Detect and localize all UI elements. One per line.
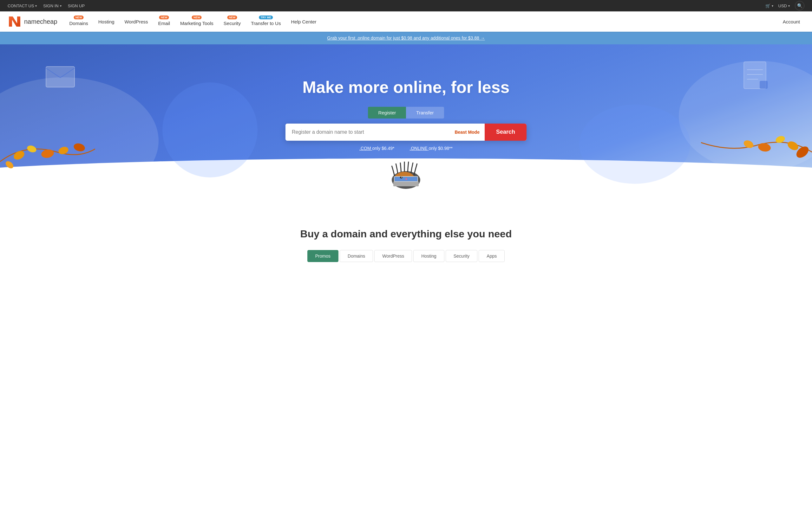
hedgehog-illustration: [384, 155, 428, 191]
cart-chevron: ▾: [772, 4, 773, 8]
transfer-badge: TRY ME: [259, 15, 273, 19]
blob-4: [579, 105, 690, 184]
below-hero-title: Buy a domain and everything else you nee…: [13, 228, 799, 240]
domain-tabs: Register Transfer: [270, 107, 542, 118]
beast-mode-button[interactable]: Beast Mode: [450, 124, 485, 141]
domain-price-links: .COM only $6.49* .ONLINE only $0.98**: [270, 146, 542, 151]
nav-label-help: Help Center: [291, 19, 316, 24]
svg-rect-16: [760, 81, 768, 89]
cat-tab-promos[interactable]: Promos: [307, 250, 339, 262]
com-price: only $6.49*: [372, 146, 394, 151]
category-tabs: Promos Domains WordPress Hosting Securit…: [13, 250, 799, 262]
search-button[interactable]: Search: [485, 124, 526, 141]
contact-us-link[interactable]: CONTACT US ▾: [8, 3, 37, 8]
nav-item-security[interactable]: NEW Security: [219, 15, 245, 29]
nav-item-wordpress[interactable]: WordPress: [120, 16, 153, 27]
logo[interactable]: namecheap: [8, 15, 57, 28]
online-price: only $0.98**: [428, 146, 453, 151]
sign-up-label: SIGN UP: [68, 3, 85, 8]
document-decoration: [742, 60, 771, 93]
nav-label-security: Security: [223, 20, 241, 26]
contact-us-chevron: ▾: [35, 4, 37, 8]
below-hero-section: Buy a domain and everything else you nee…: [0, 209, 812, 275]
transfer-tab[interactable]: Transfer: [406, 107, 444, 118]
nav-label-hosting: Hosting: [98, 19, 114, 24]
sign-in-chevron: ▾: [60, 4, 61, 8]
nav-item-email[interactable]: NEW Email: [154, 15, 175, 29]
nav-item-hosting[interactable]: Hosting: [94, 16, 119, 27]
vine-left-svg: [0, 124, 95, 171]
leaves-right: [701, 120, 812, 177]
online-label: .ONLINE: [410, 146, 427, 151]
svg-point-2: [41, 149, 55, 159]
vine-right-svg: [701, 120, 812, 177]
nav-label-email: Email: [158, 20, 170, 26]
search-icon[interactable]: 🔍: [795, 1, 804, 10]
cart-link[interactable]: 🛒 ▾: [765, 3, 773, 8]
nav-item-domains[interactable]: NEW Domains: [65, 15, 93, 29]
nav-label-marketing: Marketing Tools: [180, 20, 213, 26]
top-bar: CONTACT US ▾ SIGN IN ▾ SIGN UP 🛒 ▾ USD ▾…: [0, 0, 812, 11]
nav-item-marketing[interactable]: NEW Marketing Tools: [176, 15, 218, 29]
hero-section: Make more online, for less Register Tran…: [0, 44, 812, 209]
security-badge: NEW: [227, 15, 237, 19]
sign-in-link[interactable]: SIGN IN ▾: [43, 3, 61, 8]
logo-text: namecheap: [24, 18, 57, 25]
domains-badge: NEW: [74, 15, 84, 19]
blob-3: [162, 82, 258, 177]
svg-rect-19: [393, 181, 419, 186]
com-label: .COM: [359, 146, 371, 151]
top-bar-right: 🛒 ▾ USD ▾ 🔍: [765, 1, 804, 10]
nav-item-transfer[interactable]: TRY ME Transfer to Us: [247, 15, 285, 29]
currency-link[interactable]: USD ▾: [778, 3, 790, 8]
cat-tab-domains[interactable]: Domains: [340, 250, 373, 262]
domain-search-input[interactable]: [286, 124, 450, 141]
svg-point-5: [73, 142, 86, 153]
nav-item-help[interactable]: Help Center: [287, 16, 321, 27]
sign-up-link[interactable]: SIGN UP: [68, 3, 85, 8]
hedgehog-svg: [384, 155, 428, 189]
promo-link[interactable]: Grab your first .online domain for just …: [327, 36, 485, 41]
nav-item-account[interactable]: Account: [778, 16, 804, 27]
email-badge: NEW: [159, 15, 169, 19]
hero-content: Make more online, for less Register Tran…: [270, 78, 542, 151]
currency-chevron: ▾: [788, 4, 790, 8]
document-svg: [742, 60, 771, 92]
domain-search-bar: Beast Mode Search: [286, 124, 526, 141]
register-tab[interactable]: Register: [368, 107, 406, 118]
currency-label: USD: [778, 3, 787, 8]
marketing-badge: NEW: [192, 15, 202, 19]
svg-point-23: [401, 177, 402, 178]
cat-tab-hosting[interactable]: Hosting: [413, 250, 444, 262]
svg-point-0: [12, 149, 26, 162]
contact-us-label: CONTACT US: [8, 3, 34, 8]
nav-label-domains: Domains: [69, 20, 88, 26]
top-bar-left: CONTACT US ▾ SIGN IN ▾ SIGN UP: [8, 3, 759, 8]
nav-label-wordpress: WordPress: [125, 19, 148, 24]
hero-title: Make more online, for less: [270, 78, 542, 97]
nav-label-transfer: Transfer to Us: [251, 20, 281, 26]
online-price-item: .ONLINE only $0.98**: [410, 146, 453, 151]
svg-rect-11: [46, 66, 74, 87]
promo-text: Grab your first .online domain for just …: [327, 36, 485, 41]
nav-label-account: Account: [783, 19, 800, 24]
svg-point-1: [26, 144, 37, 153]
svg-point-6: [786, 140, 800, 152]
promo-banner[interactable]: Grab your first .online domain for just …: [0, 32, 812, 44]
svg-point-3: [4, 160, 14, 170]
com-link[interactable]: .COM: [359, 146, 372, 151]
cat-tab-apps[interactable]: Apps: [478, 250, 505, 262]
cat-tab-wordpress[interactable]: WordPress: [374, 250, 412, 262]
com-price-item: .COM only $6.49*: [359, 146, 395, 151]
envelope-decoration: [44, 63, 76, 90]
cat-tab-security[interactable]: Security: [446, 250, 478, 262]
nav-links: NEW Domains Hosting WordPress NEW Email …: [65, 15, 804, 29]
online-link[interactable]: .ONLINE: [410, 146, 429, 151]
envelope-svg: [44, 63, 76, 89]
sign-in-label: SIGN IN: [43, 3, 58, 8]
svg-point-8: [757, 142, 771, 153]
logo-svg: [8, 15, 21, 28]
leaves-left: [0, 124, 95, 171]
main-nav: namecheap NEW Domains Hosting WordPress …: [0, 11, 812, 32]
cart-icon: 🛒: [765, 3, 770, 8]
